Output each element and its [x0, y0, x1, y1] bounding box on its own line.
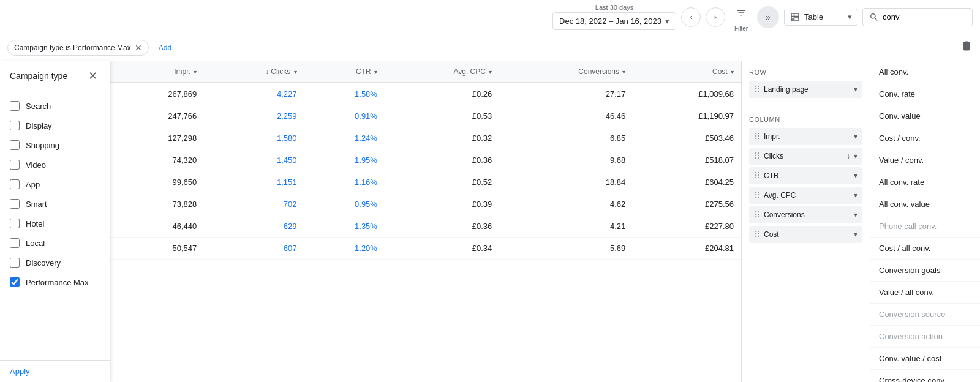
- table-cell-link[interactable]: 0.95%: [304, 193, 385, 215]
- table-header-clicks[interactable]: ↓ Clicks ▾: [204, 61, 304, 83]
- table-cell-link[interactable]: 0.91%: [304, 105, 385, 127]
- campaign-type-checkbox[interactable]: [10, 258, 20, 268]
- close-panel-button[interactable]: ✕: [85, 69, 100, 83]
- campaign-type-checkbox[interactable]: [10, 160, 20, 170]
- apply-button[interactable]: Apply: [10, 367, 30, 376]
- campaign-type-item[interactable]: Video: [0, 155, 110, 174]
- prev-date-button[interactable]: ‹: [681, 7, 701, 27]
- table-cell[interactable]: £0.34: [385, 238, 499, 260]
- table-cell[interactable]: 46.46: [499, 105, 633, 127]
- table-cell[interactable]: 4.62: [499, 193, 633, 215]
- view-selector[interactable]: Table ▾: [784, 9, 858, 26]
- search-result-item[interactable]: Conv. value / cost: [870, 348, 980, 370]
- table-cell[interactable]: 6.85: [499, 127, 633, 149]
- table-cell-link[interactable]: 1.20%: [304, 238, 385, 260]
- add-filter-button[interactable]: Add: [154, 41, 176, 54]
- table-cell-link[interactable]: 1,151: [204, 171, 304, 193]
- campaign-type-item[interactable]: Smart: [0, 194, 110, 214]
- row-drag-item[interactable]: ⠿ Landing page ▾: [749, 81, 862, 98]
- table-cell[interactable]: £1,089.68: [633, 83, 741, 105]
- table-cell-link[interactable]: 2,259: [204, 105, 304, 127]
- search-result-item[interactable]: Conversion goals: [870, 260, 980, 282]
- expand-button[interactable]: »: [757, 6, 779, 28]
- search-result-item[interactable]: All conv.: [870, 61, 980, 83]
- table-cell[interactable]: £0.52: [385, 171, 499, 193]
- table-header-cost[interactable]: Cost ▾: [633, 61, 741, 83]
- campaign-type-item[interactable]: Local: [0, 233, 110, 253]
- column-drag-item[interactable]: ⠿ Clicks ↓ ▾: [749, 148, 862, 165]
- table-cell[interactable]: 18.84: [499, 171, 633, 193]
- table-cell[interactable]: 99,650: [110, 171, 204, 193]
- table-cell-link[interactable]: 607: [204, 238, 304, 260]
- table-cell-link[interactable]: 1,450: [204, 149, 304, 171]
- delete-icon[interactable]: [960, 40, 973, 55]
- campaign-type-checkbox[interactable]: [10, 219, 20, 228]
- campaign-type-checkbox[interactable]: [10, 277, 20, 287]
- campaign-type-item[interactable]: Shopping: [0, 135, 110, 155]
- close-filter-icon[interactable]: ✕: [135, 43, 142, 53]
- table-cell-link[interactable]: 1.24%: [304, 127, 385, 149]
- table-cell-link[interactable]: 4,227: [204, 83, 304, 105]
- table-cell-link[interactable]: 629: [204, 215, 304, 238]
- column-drag-item[interactable]: ⠿ CTR ▾: [749, 167, 862, 184]
- campaign-type-item[interactable]: Search: [0, 96, 110, 116]
- table-cell[interactable]: £227.80: [633, 215, 741, 238]
- table-cell[interactable]: 27.17: [499, 83, 633, 105]
- search-result-item[interactable]: Value / conv.: [870, 149, 980, 171]
- campaign-type-checkbox[interactable]: [10, 179, 20, 189]
- date-picker[interactable]: Dec 18, 2022 – Jan 16, 2023 ▾: [552, 12, 676, 30]
- table-cell[interactable]: 9.68: [499, 149, 633, 171]
- table-cell[interactable]: 127,298: [110, 127, 204, 149]
- search-result-item[interactable]: Cross-device conv.: [870, 370, 980, 382]
- table-cell[interactable]: £0.32: [385, 127, 499, 149]
- table-header-impr-[interactable]: Impr. ▾: [110, 61, 204, 83]
- table-cell[interactable]: £204.81: [633, 238, 741, 260]
- campaign-type-checkbox[interactable]: [10, 199, 20, 209]
- campaign-type-checkbox[interactable]: [10, 121, 20, 130]
- table-header-ctr[interactable]: CTR ▾: [304, 61, 385, 83]
- search-result-item[interactable]: Conv. value: [870, 105, 980, 127]
- table-cell[interactable]: £0.36: [385, 215, 499, 238]
- search-input[interactable]: [883, 12, 956, 21]
- campaign-type-checkbox[interactable]: [10, 140, 20, 150]
- table-cell[interactable]: £0.53: [385, 105, 499, 127]
- next-date-button[interactable]: ›: [706, 7, 725, 27]
- search-result-item[interactable]: Cost / conv.: [870, 127, 980, 149]
- campaign-type-item[interactable]: App: [0, 174, 110, 194]
- table-cell[interactable]: 73,828: [110, 193, 204, 215]
- table-cell-link[interactable]: 1.35%: [304, 215, 385, 238]
- campaign-type-item[interactable]: Display: [0, 116, 110, 135]
- campaign-type-item[interactable]: Hotel: [0, 214, 110, 233]
- table-cell[interactable]: 267,869: [110, 83, 204, 105]
- table-cell[interactable]: 74,320: [110, 149, 204, 171]
- table-header-conversions[interactable]: Conversions ▾: [499, 61, 633, 83]
- column-drag-item[interactable]: ⠿ Cost ▾: [749, 226, 862, 243]
- table-cell[interactable]: £1,190.97: [633, 105, 741, 127]
- table-cell-link[interactable]: 1.58%: [304, 83, 385, 105]
- table-cell[interactable]: £503.46: [633, 127, 741, 149]
- search-result-item[interactable]: All conv. rate: [870, 171, 980, 193]
- table-cell-link[interactable]: 1.16%: [304, 171, 385, 193]
- search-result-item[interactable]: Cost / all conv.: [870, 238, 980, 260]
- column-drag-item[interactable]: ⠿ Impr. ▾: [749, 128, 862, 145]
- campaign-type-item[interactable]: Discovery: [0, 253, 110, 272]
- table-cell[interactable]: £518.07: [633, 149, 741, 171]
- column-drag-item[interactable]: ⠿ Avg. CPC ▾: [749, 187, 862, 204]
- table-cell[interactable]: £0.36: [385, 149, 499, 171]
- campaign-type-item[interactable]: Performance Max: [0, 272, 110, 292]
- search-box[interactable]: [862, 8, 973, 26]
- search-result-item[interactable]: All conv. value: [870, 193, 980, 215]
- table-cell[interactable]: £604.25: [633, 171, 741, 193]
- table-cell[interactable]: £0.26: [385, 83, 499, 105]
- table-header-avg--cpc[interactable]: Avg. CPC ▾: [385, 61, 499, 83]
- table-cell-link[interactable]: 1.95%: [304, 149, 385, 171]
- table-cell[interactable]: 247,766: [110, 105, 204, 127]
- campaign-type-checkbox[interactable]: [10, 238, 20, 248]
- table-cell[interactable]: 4.21: [499, 215, 633, 238]
- campaign-type-checkbox[interactable]: [10, 101, 20, 111]
- table-cell-link[interactable]: 702: [204, 193, 304, 215]
- column-drag-item[interactable]: ⠿ Conversions ▾: [749, 206, 862, 223]
- campaign-filter-chip[interactable]: Campaign type is Performance Max ✕: [7, 40, 149, 56]
- search-result-item[interactable]: Value / all conv.: [870, 282, 980, 304]
- table-cell[interactable]: 46,440: [110, 215, 204, 238]
